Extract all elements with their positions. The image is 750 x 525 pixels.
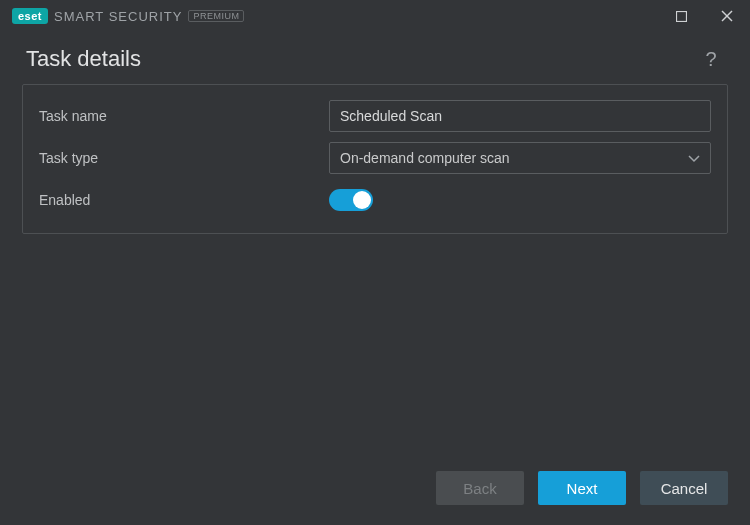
window-close-button[interactable] (704, 0, 750, 32)
task-type-selected-value: On-demand computer scan (340, 150, 510, 166)
brand: eset SMART SECURITY PREMIUM (12, 8, 244, 24)
enabled-label: Enabled (39, 192, 329, 208)
task-type-label: Task type (39, 150, 329, 166)
footer: Back Next Cancel (0, 455, 750, 525)
enabled-row: Enabled (39, 183, 711, 217)
svg-rect-0 (676, 11, 686, 21)
close-icon (721, 10, 733, 22)
back-button[interactable]: Back (436, 471, 524, 505)
titlebar: eset SMART SECURITY PREMIUM (0, 0, 750, 32)
chevron-down-icon (688, 150, 700, 166)
task-type-select[interactable]: On-demand computer scan (329, 142, 711, 174)
task-name-input[interactable] (329, 100, 711, 132)
task-name-label: Task name (39, 108, 329, 124)
toggle-knob (353, 191, 371, 209)
task-type-row: Task type On-demand computer scan (39, 141, 711, 175)
help-icon: ? (705, 48, 716, 71)
window-maximize-button[interactable] (658, 0, 704, 32)
maximize-icon (676, 11, 687, 22)
help-button[interactable]: ? (698, 46, 724, 72)
task-details-panel: Task name Task type On-demand computer s… (22, 84, 728, 234)
next-button[interactable]: Next (538, 471, 626, 505)
cancel-button[interactable]: Cancel (640, 471, 728, 505)
enabled-toggle[interactable] (329, 189, 373, 211)
task-name-row: Task name (39, 99, 711, 133)
page-title: Task details (26, 46, 141, 72)
brand-edition-badge: PREMIUM (188, 10, 244, 22)
brand-product: SMART SECURITY (54, 9, 182, 24)
brand-logo: eset (12, 8, 48, 24)
header: Task details ? (0, 32, 750, 84)
app-window: eset SMART SECURITY PREMIUM Task details… (0, 0, 750, 525)
